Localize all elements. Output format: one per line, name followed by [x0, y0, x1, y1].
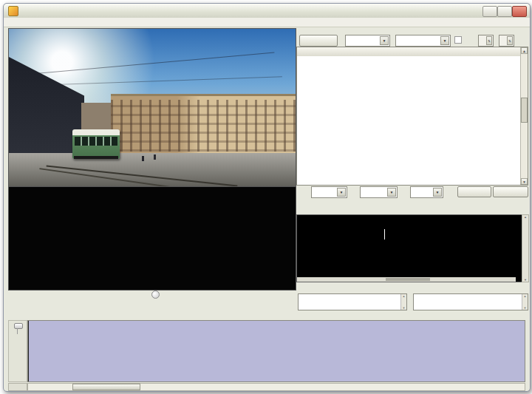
- inpoint-enable-checkbox[interactable]: [454, 36, 462, 44]
- subtitle-list-table[interactable]: ▲ ▼: [296, 47, 528, 186]
- chevron-down-icon: ▼: [433, 188, 442, 197]
- playhead-line[interactable]: [28, 321, 29, 381]
- waveform-hscrollbar[interactable]: [27, 383, 525, 391]
- table-header: [297, 47, 528, 56]
- compare-source-window[interactable]: [8, 186, 296, 291]
- waveform-toolbox: [8, 320, 27, 382]
- inpoint-seconds-field[interactable]: ⇅: [478, 35, 494, 47]
- audio-waveform: [28, 321, 525, 381]
- title-bar[interactable]: [4, 4, 530, 18]
- position-select[interactable]: ▼: [360, 186, 398, 198]
- source-text-box[interactable]: ▲ ▼: [298, 293, 407, 310]
- transcribe-start-button[interactable]: [299, 35, 338, 47]
- menu-bar: [4, 18, 530, 27]
- close-button[interactable]: [512, 6, 527, 17]
- chevron-down-icon: ▼: [337, 188, 346, 197]
- waveform-display-window[interactable]: [27, 320, 525, 382]
- scrollbar-thumb[interactable]: [521, 98, 528, 123]
- scroll-up-icon[interactable]: ▲: [522, 215, 528, 219]
- maximize-button[interactable]: [497, 6, 512, 17]
- memo-box[interactable]: ▲ ▼: [413, 293, 528, 310]
- minimize-button[interactable]: [482, 6, 497, 17]
- spinner-icon: ⇅: [507, 36, 513, 45]
- inpoint-frames-field[interactable]: ⇅: [499, 35, 514, 47]
- subtitle-text-editor[interactable]: [296, 214, 522, 282]
- spinner-icon: ⇅: [486, 36, 492, 45]
- pedestrian: [142, 156, 144, 161]
- scroll-down-icon[interactable]: ▼: [521, 178, 528, 185]
- direction-select[interactable]: ▼: [311, 186, 347, 198]
- jog-knob[interactable]: [151, 291, 160, 299]
- scroll-up-icon[interactable]: ▲: [521, 47, 528, 54]
- autoscroll-select[interactable]: ▼: [395, 35, 451, 47]
- app-icon: [8, 6, 18, 16]
- chevron-down-icon: ▼: [440, 36, 449, 45]
- box-scrollbar[interactable]: ▲ ▼: [522, 294, 528, 310]
- tram-wheels: [74, 156, 118, 159]
- timeline-ruler: [27, 309, 524, 320]
- scroll-down-icon[interactable]: ▼: [522, 278, 528, 282]
- app-window: ▼ ▼ ⇅ ⇅ ▲ ▼ ▼ ▼ ▼: [3, 3, 531, 392]
- building-windows: [111, 100, 296, 152]
- zoom-slider-handle[interactable]: [14, 323, 23, 329]
- edit-switch-select[interactable]: ▼: [345, 35, 390, 47]
- scrollbar-thumb[interactable]: [72, 384, 140, 390]
- editor-hscrollbar[interactable]: [297, 277, 516, 282]
- text-caret: [384, 229, 385, 240]
- video-display-window[interactable]: [8, 28, 296, 187]
- scrollbar-thumb[interactable]: [386, 278, 430, 281]
- confirm-button[interactable]: [457, 186, 491, 197]
- chevron-down-icon: ▼: [387, 188, 396, 197]
- cancel-button[interactable]: [493, 186, 528, 197]
- scroll-up-icon[interactable]: ▲: [522, 294, 528, 298]
- box-scrollbar[interactable]: ▲ ▼: [400, 294, 406, 310]
- tram-windows: [75, 137, 117, 146]
- scroll-corner-box: [8, 383, 27, 391]
- edge-select[interactable]: ▼: [410, 186, 443, 198]
- scroll-up-icon[interactable]: ▲: [401, 294, 406, 298]
- editor-vscrollbar[interactable]: ▲ ▼: [522, 214, 529, 282]
- zoom-slider-track: [17, 328, 18, 334]
- table-scrollbar[interactable]: ▲ ▼: [520, 47, 528, 185]
- chevron-down-icon: ▼: [380, 36, 389, 45]
- pedestrian: [154, 154, 156, 160]
